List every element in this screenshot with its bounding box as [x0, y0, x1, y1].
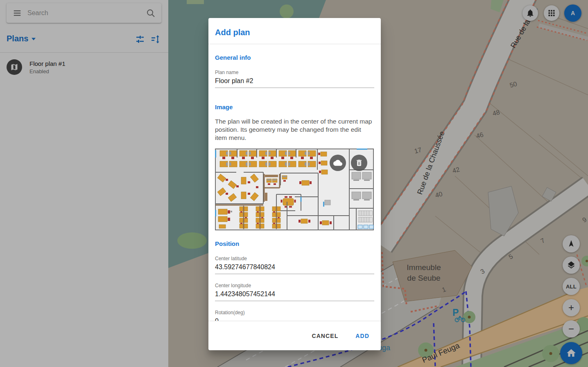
- section-general-info: General info: [215, 54, 374, 61]
- add-plan-dialog: Add plan General info Plan name Image Th…: [208, 18, 381, 350]
- app-root: Rue de la Chaussée Rue de la Vau Paul Fe…: [0, 0, 588, 367]
- upload-image-button[interactable]: [330, 155, 346, 171]
- trash-icon: [355, 159, 363, 167]
- cancel-button[interactable]: CANCEL: [310, 329, 340, 342]
- floor-plan-preview: [215, 149, 374, 230]
- dialog-header: Add plan: [208, 18, 381, 44]
- longitude-field: Center longitude: [215, 283, 374, 301]
- rotation-label: Rotation(deg): [215, 310, 374, 315]
- latitude-label: Center latitude: [215, 256, 374, 261]
- cloud-upload-icon: [333, 158, 342, 167]
- longitude-label: Center longitude: [215, 283, 374, 288]
- plan-name-field: Plan name: [215, 70, 374, 88]
- longitude-input[interactable]: [215, 288, 374, 301]
- section-image: Image: [215, 104, 374, 110]
- plan-name-label: Plan name: [215, 70, 374, 75]
- latitude-input[interactable]: [215, 261, 374, 274]
- section-position: Position: [215, 240, 374, 247]
- rotation-input[interactable]: [215, 315, 374, 321]
- dialog-title: Add plan: [215, 28, 374, 37]
- plan-name-input[interactable]: [215, 75, 374, 88]
- add-button[interactable]: ADD: [354, 329, 371, 342]
- dialog-body: General info Plan name Image The plan wi…: [208, 44, 381, 321]
- latitude-field: Center latitude: [215, 256, 374, 274]
- rotation-field: Rotation(deg): [215, 310, 374, 321]
- image-description: The plan will be created in the center o…: [215, 117, 374, 142]
- delete-image-button[interactable]: [351, 155, 367, 171]
- dialog-footer: CANCEL ADD: [208, 321, 381, 350]
- floor-plan-image: [215, 149, 374, 230]
